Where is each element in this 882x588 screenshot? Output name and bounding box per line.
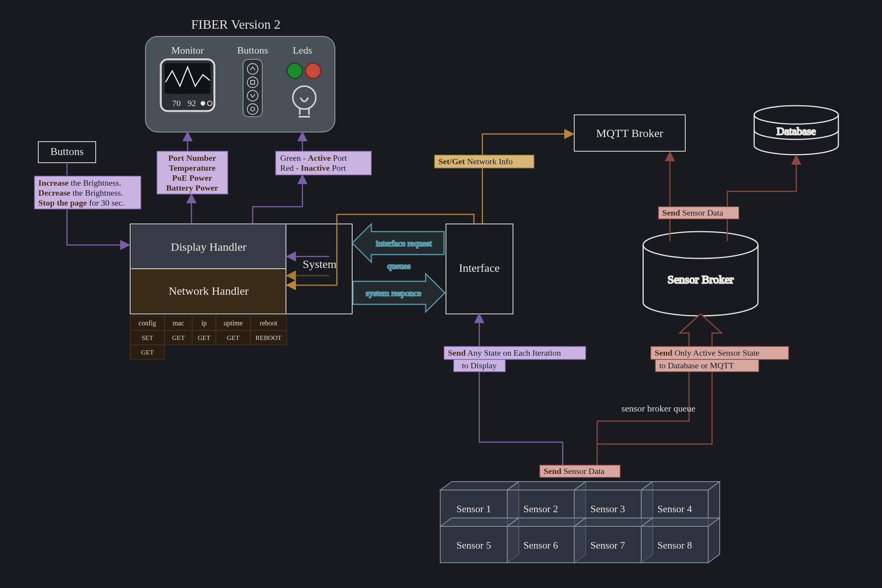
- table-cell: GET: [141, 349, 154, 356]
- sensors-grid: Sensor 1Sensor 2Sensor 3Sensor 4Sensor 5…: [440, 482, 720, 563]
- sensor-box: Sensor 8: [657, 540, 692, 551]
- svg-text:Green - Active Port: Green - Active Port: [280, 153, 347, 163]
- svg-text:Port Number: Port Number: [168, 153, 216, 163]
- svg-point-48: [754, 106, 838, 124]
- database-icon: Database: [754, 106, 838, 155]
- table-header: uptime: [224, 319, 243, 327]
- svg-text:PoE Power: PoE Power: [172, 173, 212, 183]
- sensor-box: Sensor 5: [456, 540, 491, 551]
- buttons-box-label: Buttons: [50, 145, 83, 157]
- svg-text:Send Any State on Each Iterati: Send Any State on Each Iteration: [448, 348, 561, 358]
- svg-text:Stop the page for 30 sec.: Stop the page for 30 sec.: [38, 198, 124, 207]
- table-cell: GET: [172, 334, 185, 341]
- display-handler-label: Display Handler: [171, 240, 246, 253]
- table-header: ip: [201, 319, 207, 327]
- device-panel: FIBER Version 2 Monitor 70 92 Buttons Le…: [145, 17, 335, 132]
- svg-text:Red - Inactive Port: Red - Inactive Port: [280, 163, 346, 173]
- note-leds: Green - Active Port Red - Inactive Port: [276, 151, 371, 175]
- table-cell: GET: [198, 334, 211, 341]
- svg-text:Battery Power: Battery Power: [166, 183, 218, 193]
- svg-text:Send Only Active Sensor State: Send Only Active Sensor State: [655, 348, 760, 358]
- interface-block: Interface: [446, 224, 513, 314]
- note-buttons: Increase the Brightness. Decrease the Br…: [34, 176, 141, 209]
- sensor-box: Sensor 4: [657, 503, 692, 514]
- monitor-label: Monitor: [171, 45, 204, 56]
- svg-text:sensor broker queue: sensor broker queue: [621, 403, 695, 413]
- svg-text:system responce: system responce: [366, 288, 421, 298]
- svg-text:to Database or MQTT: to Database or MQTT: [659, 361, 734, 370]
- network-table: configmacipuptimerebootSETGETGETGETREBOO…: [130, 316, 287, 359]
- diagram-title: FIBER Version 2: [191, 17, 281, 31]
- monitor-screen: 70 92: [161, 59, 214, 111]
- monitor-readout-b: 92: [188, 98, 196, 108]
- note-monitor: Port Number Temperature PoE Power Batter…: [157, 151, 228, 194]
- device-leds-label: Leds: [293, 45, 312, 56]
- svg-text:Database: Database: [777, 125, 816, 137]
- system-block: Display Handler Network Handler System: [130, 224, 352, 314]
- device-buttons-label: Buttons: [237, 45, 268, 56]
- sensor-box: Sensor 1: [456, 503, 491, 514]
- svg-text:Set/Get Network Info: Set/Get Network Info: [438, 157, 513, 166]
- svg-text:Sensor Broker: Sensor Broker: [668, 273, 733, 286]
- led-red-icon: [305, 63, 321, 78]
- system-label: System: [303, 258, 336, 270]
- svg-text:MQTT Broker: MQTT Broker: [596, 127, 663, 139]
- svg-text:to Display: to Display: [462, 361, 497, 370]
- buttons-box: Buttons: [38, 142, 96, 163]
- interface-label: Interface: [459, 261, 500, 274]
- svg-text:Send Sensor Data: Send Sensor Data: [544, 466, 604, 476]
- table-header: reboot: [260, 319, 278, 327]
- table-header: config: [139, 319, 156, 327]
- svg-text:Increase the Brightness.: Increase the Brightness.: [38, 178, 121, 188]
- table-cell: REBOOT: [256, 334, 282, 341]
- sensor-box: Sensor 3: [590, 503, 625, 514]
- svg-text:queues: queues: [387, 261, 410, 271]
- queue-arrows: interface request queues system responce: [352, 224, 445, 312]
- sensor-broker-icon: Sensor Broker: [643, 232, 758, 316]
- table-cell: GET: [227, 334, 240, 341]
- svg-point-3: [201, 101, 205, 106]
- table-header: mac: [173, 319, 184, 327]
- svg-point-50: [643, 232, 758, 258]
- table-cell: SET: [142, 334, 154, 341]
- svg-text:Send Sensor Data: Send Sensor Data: [662, 208, 723, 217]
- network-handler-label: Network Handler: [168, 284, 248, 297]
- sensor-box: Sensor 2: [523, 503, 558, 514]
- led-green-icon: [287, 63, 302, 78]
- device-button-stack: [243, 59, 262, 117]
- mqtt-broker: MQTT Broker: [574, 115, 685, 151]
- sensor-box: Sensor 6: [523, 540, 558, 551]
- monitor-readout-a: 70: [172, 98, 181, 108]
- sensor-box: Sensor 7: [590, 540, 625, 551]
- svg-text:Temperature: Temperature: [169, 163, 216, 173]
- svg-text:interface request: interface request: [376, 238, 432, 248]
- svg-text:Decrease the Brightness.: Decrease the Brightness.: [38, 188, 123, 198]
